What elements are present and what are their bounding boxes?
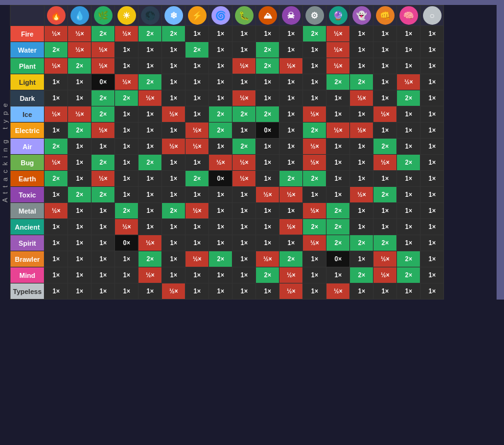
cell-mind-vs-electric: 1×: [186, 267, 209, 283]
cell-water-vs-ice: 1×: [162, 42, 186, 58]
cell-light-vs-ice: 1×: [162, 74, 186, 90]
cell-plant-vs-electric: 1×: [186, 58, 209, 74]
cell-dark-vs-electric: 1×: [186, 90, 209, 106]
cell-water-vs-typeless: 1×: [421, 42, 444, 58]
cell-light-vs-typeless: 1×: [421, 74, 444, 90]
cell-electric-vs-dark: 1×: [139, 123, 162, 139]
cell-bug-vs-brawler: ½×: [374, 155, 397, 171]
cell-plant-vs-dark: 1×: [139, 58, 162, 74]
cell-ice-vs-water: ½×: [68, 106, 92, 123]
cell-mind-vs-light: 1×: [115, 267, 139, 283]
cell-spirit-vs-ice: 1×: [162, 235, 186, 251]
row-label-brawler: Brawler: [11, 251, 45, 267]
cell-bug-vs-spirit: 1×: [350, 155, 374, 171]
cell-ice-vs-plant: 2×: [92, 106, 115, 123]
table-row: Electric1×2×½×1×1×1×½×2×1×0×1×2×½×½×1×1×…: [11, 123, 444, 139]
cell-electric-vs-light: 1×: [115, 123, 139, 139]
cell-ice-vs-earth: 2×: [256, 106, 280, 123]
col-header-metal: ⚙: [303, 6, 327, 26]
cell-light-vs-fire: 1×: [45, 74, 68, 90]
cell-mind-vs-water: 1×: [68, 267, 92, 283]
cell-ancient-vs-electric: 1×: [186, 219, 209, 235]
cell-water-vs-ancient: ½×: [327, 42, 350, 58]
cell-air-vs-metal: ½×: [303, 139, 327, 155]
col-header-fire: 🔥: [45, 6, 68, 26]
cell-plant-vs-light: 1×: [115, 58, 139, 74]
cell-typeless-vs-light: 1×: [115, 283, 139, 300]
col-header-dark: 🌑: [139, 6, 162, 26]
cell-typeless-vs-toxic: ½×: [280, 283, 303, 300]
cell-metal-vs-fire: ½×: [45, 203, 68, 219]
table-row: Plant½×2×½×1×1×1×1×1×½×2×½×1×½×1×1×1×1×: [11, 58, 444, 74]
cell-fire-vs-electric: 1×: [186, 26, 209, 42]
cell-water-vs-metal: 1×: [303, 42, 327, 58]
cell-toxic-vs-typeless: 1×: [421, 187, 444, 203]
cell-bug-vs-air: ½×: [209, 155, 233, 171]
cell-dark-vs-bug: ½×: [233, 90, 256, 106]
cell-brawler-vs-toxic: 2×: [280, 251, 303, 267]
cell-toxic-vs-air: 1×: [209, 187, 233, 203]
cell-ancient-vs-spirit: 1×: [350, 219, 374, 235]
cell-air-vs-light: 1×: [115, 139, 139, 155]
cell-mind-vs-brawler: ½×: [374, 267, 397, 283]
cell-air-vs-air: 1×: [209, 139, 233, 155]
cell-fire-vs-bug: 1×: [233, 26, 256, 42]
cell-metal-vs-bug: 1×: [233, 203, 256, 219]
cell-air-vs-dark: 1×: [139, 139, 162, 155]
table-row: Air2×1×1×1×1×½×½×1×2×1×1×½×1×1×2×1×1×: [11, 139, 444, 155]
col-header-ancient: 🔮: [327, 6, 350, 26]
cell-water-vs-fire: 2×: [45, 42, 68, 58]
cell-metal-vs-mind: 1×: [397, 203, 421, 219]
cell-metal-vs-earth: 1×: [256, 203, 280, 219]
cell-metal-vs-air: 1×: [209, 203, 233, 219]
cell-air-vs-earth: 1×: [256, 139, 280, 155]
col-header-plant: 🌿: [92, 6, 115, 26]
cell-bug-vs-ice: 1×: [162, 155, 186, 171]
cell-ancient-vs-air: 1×: [209, 219, 233, 235]
cell-mind-vs-air: 1×: [209, 267, 233, 283]
cell-dark-vs-plant: 2×: [92, 90, 115, 106]
cell-metal-vs-ancient: 2×: [327, 203, 350, 219]
cell-fire-vs-ice: 2×: [162, 26, 186, 42]
cell-air-vs-mind: 1×: [397, 139, 421, 155]
cell-electric-vs-plant: ½×: [92, 123, 115, 139]
cell-spirit-vs-typeless: 1×: [421, 235, 444, 251]
cell-ancient-vs-metal: 2×: [303, 219, 327, 235]
cell-ancient-vs-brawler: 1×: [374, 219, 397, 235]
table-row: Typeless1×1×1×1×1×½×1×1×1×1×½×1×½×1×1×1×…: [11, 283, 444, 300]
cell-ancient-vs-earth: 1×: [256, 219, 280, 235]
cell-spirit-vs-dark: ½×: [139, 235, 162, 251]
corner-cell: [11, 6, 45, 26]
cell-air-vs-brawler: 2×: [374, 139, 397, 155]
table-row: Earth2×1×½×1×1×1×2×0×½×1×2×2×1×1×1×1×1×: [11, 171, 444, 187]
cell-typeless-vs-earth: 1×: [256, 283, 280, 300]
cell-fire-vs-brawler: 1×: [374, 26, 397, 42]
cell-ancient-vs-dark: 1×: [139, 219, 162, 235]
cell-ancient-vs-toxic: ½×: [280, 219, 303, 235]
cell-electric-vs-toxic: 1×: [280, 123, 303, 139]
cell-brawler-vs-fire: 1×: [45, 251, 68, 267]
cell-electric-vs-bug: 1×: [233, 123, 256, 139]
col-header-toxic: ☠: [280, 6, 303, 26]
cell-plant-vs-toxic: ½×: [280, 58, 303, 74]
col-header-bug: 🐛: [233, 6, 256, 26]
scrollbar[interactable]: [497, 5, 504, 300]
cell-plant-vs-spirit: 1×: [350, 58, 374, 74]
cell-ice-vs-dark: 1×: [139, 106, 162, 123]
cell-fire-vs-water: ½×: [68, 26, 92, 42]
row-label-bug: Bug: [11, 155, 45, 171]
row-label-electric: Electric: [11, 123, 45, 139]
cell-plant-vs-air: 1×: [209, 58, 233, 74]
cell-light-vs-brawler: 1×: [374, 74, 397, 90]
cell-brawler-vs-ice: 1×: [162, 251, 186, 267]
cell-light-vs-spirit: 2×: [350, 74, 374, 90]
col-header-water: 💧: [68, 6, 92, 26]
cell-plant-vs-bug: ½×: [233, 58, 256, 74]
cell-water-vs-spirit: 1×: [350, 42, 374, 58]
cell-mind-vs-dark: ½×: [139, 267, 162, 283]
cell-spirit-vs-mind: 1×: [397, 235, 421, 251]
cell-light-vs-bug: 1×: [233, 74, 256, 90]
cell-fire-vs-toxic: 1×: [280, 26, 303, 42]
cell-typeless-vs-metal: 1×: [303, 283, 327, 300]
cell-toxic-vs-mind: 1×: [397, 187, 421, 203]
